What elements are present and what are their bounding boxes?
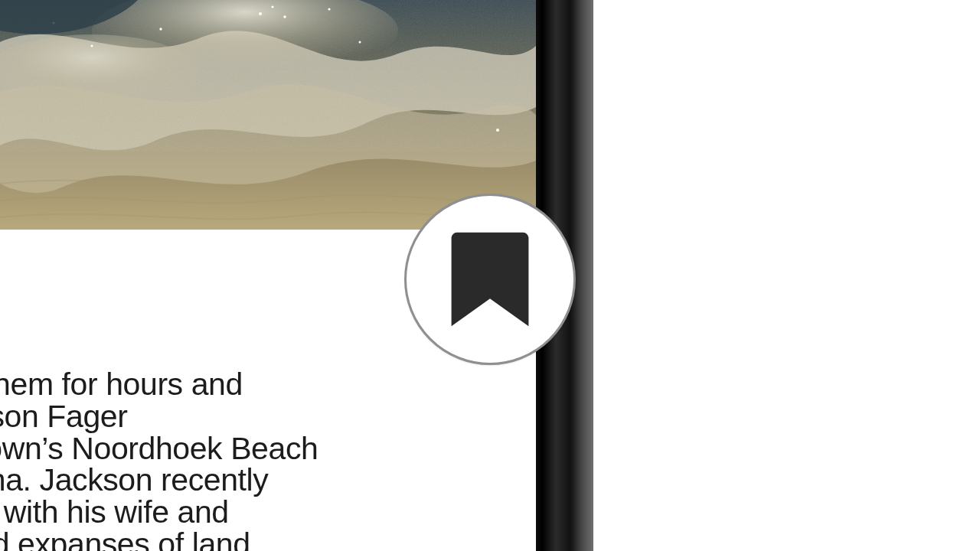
svg-point-7	[91, 45, 93, 47]
right-background	[593, 0, 980, 551]
article-line: own,” says Jackson Fager	[0, 399, 127, 434]
svg-point-8	[159, 28, 162, 30]
article-line: w the stick with them for hours and	[0, 367, 243, 402]
article-body-text: w the stick with them for hours and own,…	[0, 369, 528, 551]
article-line: n to South Africa with his wife and	[0, 494, 229, 530]
svg-point-6	[283, 15, 286, 18]
viewport: w the stick with them for hours and own,…	[0, 0, 980, 551]
article-line: ese uninterrupted expanses of land	[0, 527, 250, 551]
article-line: a day at Cape Town’s Noordhoek Beach	[0, 431, 318, 466]
hero-image	[0, 0, 536, 230]
bookmark-button[interactable]	[404, 194, 576, 365]
svg-point-10	[359, 41, 361, 44]
bookmark-icon	[449, 230, 531, 329]
svg-point-9	[328, 8, 330, 10]
svg-point-5	[271, 5, 273, 8]
svg-point-4	[259, 12, 262, 15]
article-line: s, Tatu and Bwana. Jackson recently	[0, 462, 268, 497]
svg-point-12	[496, 129, 499, 132]
